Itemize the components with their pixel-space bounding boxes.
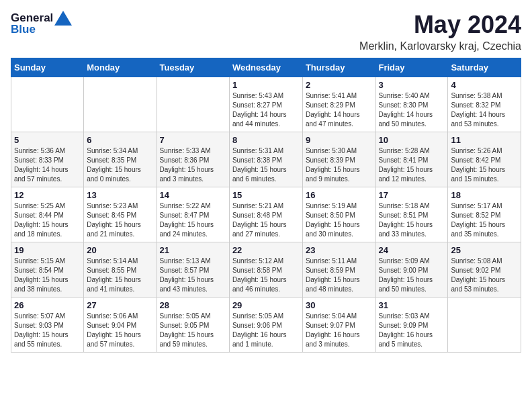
day-info: Sunrise: 5:09 AM Sunset: 9:00 PM Dayligh… (379, 257, 445, 294)
calendar-day-cell (11, 77, 84, 132)
calendar-day-cell: 26Sunrise: 5:07 AM Sunset: 9:03 PM Dayli… (11, 298, 84, 353)
calendar-subtitle: Merklin, Karlovarsky kraj, Czechia (359, 40, 521, 52)
calendar-day-cell: 20Sunrise: 5:14 AM Sunset: 8:55 PM Dayli… (84, 242, 157, 298)
calendar-day-cell: 21Sunrise: 5:13 AM Sunset: 8:57 PM Dayli… (157, 242, 229, 298)
day-info: Sunrise: 5:38 AM Sunset: 8:32 PM Dayligh… (451, 91, 518, 129)
day-number: 22 (232, 245, 300, 255)
day-number: 2 (306, 80, 373, 90)
day-info: Sunrise: 5:36 AM Sunset: 8:33 PM Dayligh… (14, 146, 81, 184)
day-info: Sunrise: 5:43 AM Sunset: 8:27 PM Dayligh… (232, 91, 300, 129)
day-number: 4 (451, 80, 518, 90)
calendar-day-cell: 16Sunrise: 5:19 AM Sunset: 8:50 PM Dayli… (302, 187, 375, 242)
calendar-day-cell: 22Sunrise: 5:12 AM Sunset: 8:58 PM Dayli… (229, 242, 302, 298)
calendar-day-cell: 12Sunrise: 5:25 AM Sunset: 8:44 PM Dayli… (11, 187, 84, 242)
weekday-header-row: SundayMondayTuesdayWednesdayThursdayFrid… (11, 58, 521, 77)
calendar-day-cell: 18Sunrise: 5:17 AM Sunset: 8:52 PM Dayli… (448, 187, 521, 242)
calendar-day-cell: 4Sunrise: 5:38 AM Sunset: 8:32 PM Daylig… (448, 77, 521, 132)
calendar-day-cell: 27Sunrise: 5:06 AM Sunset: 9:04 PM Dayli… (84, 298, 157, 353)
day-info: Sunrise: 5:08 AM Sunset: 9:02 PM Dayligh… (451, 257, 518, 294)
day-info: Sunrise: 5:05 AM Sunset: 9:06 PM Dayligh… (232, 312, 300, 349)
weekday-header-tuesday: Tuesday (157, 58, 229, 77)
day-info: Sunrise: 5:26 AM Sunset: 8:42 PM Dayligh… (451, 146, 518, 184)
day-number: 30 (306, 300, 373, 310)
day-info: Sunrise: 5:12 AM Sunset: 8:58 PM Dayligh… (232, 257, 300, 294)
calendar-week-row: 26Sunrise: 5:07 AM Sunset: 9:03 PM Dayli… (11, 298, 521, 353)
day-number: 26 (14, 300, 81, 310)
logo-blue-text: Blue (11, 23, 36, 36)
page-header: General Blue May 2024 Merklin, Karlovars… (11, 11, 521, 52)
day-number: 27 (87, 300, 153, 310)
day-number: 3 (379, 80, 445, 90)
day-number: 16 (306, 190, 373, 200)
svg-marker-0 (54, 11, 72, 26)
day-number: 20 (87, 245, 153, 255)
day-number: 19 (14, 245, 81, 255)
day-number: 9 (306, 135, 373, 145)
day-number: 21 (160, 245, 226, 255)
calendar-week-row: 5Sunrise: 5:36 AM Sunset: 8:33 PM Daylig… (11, 132, 521, 187)
calendar-day-cell: 15Sunrise: 5:21 AM Sunset: 8:48 PM Dayli… (229, 187, 302, 242)
calendar-day-cell: 31Sunrise: 5:03 AM Sunset: 9:09 PM Dayli… (375, 298, 448, 353)
day-info: Sunrise: 5:25 AM Sunset: 8:44 PM Dayligh… (14, 201, 81, 239)
day-info: Sunrise: 5:14 AM Sunset: 8:55 PM Dayligh… (87, 257, 153, 294)
day-number: 5 (14, 135, 81, 145)
calendar-day-cell: 19Sunrise: 5:15 AM Sunset: 8:54 PM Dayli… (11, 242, 84, 298)
calendar-day-cell: 17Sunrise: 5:18 AM Sunset: 8:51 PM Dayli… (375, 187, 448, 242)
calendar-day-cell: 9Sunrise: 5:30 AM Sunset: 8:39 PM Daylig… (302, 132, 375, 187)
day-info: Sunrise: 5:41 AM Sunset: 8:29 PM Dayligh… (306, 91, 373, 129)
calendar-day-cell (157, 77, 229, 132)
day-info: Sunrise: 5:28 AM Sunset: 8:41 PM Dayligh… (379, 146, 445, 184)
day-info: Sunrise: 5:06 AM Sunset: 9:04 PM Dayligh… (87, 312, 153, 349)
day-number: 17 (379, 190, 445, 200)
calendar-day-cell (448, 298, 521, 353)
calendar-day-cell: 25Sunrise: 5:08 AM Sunset: 9:02 PM Dayli… (448, 242, 521, 298)
calendar-title: May 2024 (359, 11, 521, 39)
day-number: 6 (87, 135, 153, 145)
day-info: Sunrise: 5:15 AM Sunset: 8:54 PM Dayligh… (14, 257, 81, 294)
day-info: Sunrise: 5:40 AM Sunset: 8:30 PM Dayligh… (379, 91, 445, 129)
day-info: Sunrise: 5:04 AM Sunset: 9:07 PM Dayligh… (306, 312, 373, 349)
logo-icon (54, 11, 72, 26)
day-number: 25 (451, 245, 518, 255)
day-info: Sunrise: 5:22 AM Sunset: 8:47 PM Dayligh… (160, 201, 226, 239)
calendar-day-cell: 7Sunrise: 5:33 AM Sunset: 8:36 PM Daylig… (157, 132, 229, 187)
day-number: 14 (160, 190, 226, 200)
day-info: Sunrise: 5:19 AM Sunset: 8:50 PM Dayligh… (306, 201, 373, 239)
weekday-header-monday: Monday (84, 58, 157, 77)
day-info: Sunrise: 5:07 AM Sunset: 9:03 PM Dayligh… (14, 312, 81, 349)
day-info: Sunrise: 5:03 AM Sunset: 9:09 PM Dayligh… (379, 312, 445, 349)
calendar-table: SundayMondayTuesdayWednesdayThursdayFrid… (11, 58, 521, 353)
calendar-day-cell: 1Sunrise: 5:43 AM Sunset: 8:27 PM Daylig… (229, 77, 302, 132)
day-number: 28 (160, 300, 226, 310)
day-number: 23 (306, 245, 373, 255)
weekday-header-wednesday: Wednesday (229, 58, 302, 77)
calendar-day-cell: 11Sunrise: 5:26 AM Sunset: 8:42 PM Dayli… (448, 132, 521, 187)
title-block: May 2024 Merklin, Karlovarsky kraj, Czec… (359, 11, 521, 52)
day-number: 7 (160, 135, 226, 145)
day-info: Sunrise: 5:21 AM Sunset: 8:48 PM Dayligh… (232, 201, 300, 239)
day-info: Sunrise: 5:30 AM Sunset: 8:39 PM Dayligh… (306, 146, 373, 184)
day-number: 12 (14, 190, 81, 200)
day-info: Sunrise: 5:18 AM Sunset: 8:51 PM Dayligh… (379, 201, 445, 239)
calendar-day-cell: 23Sunrise: 5:11 AM Sunset: 8:59 PM Dayli… (302, 242, 375, 298)
day-number: 13 (87, 190, 153, 200)
weekday-header-sunday: Sunday (11, 58, 84, 77)
day-number: 31 (379, 300, 445, 310)
calendar-week-row: 1Sunrise: 5:43 AM Sunset: 8:27 PM Daylig… (11, 77, 521, 132)
day-info: Sunrise: 5:17 AM Sunset: 8:52 PM Dayligh… (451, 201, 518, 239)
day-info: Sunrise: 5:31 AM Sunset: 8:38 PM Dayligh… (232, 146, 300, 184)
weekday-header-friday: Friday (375, 58, 448, 77)
day-number: 10 (379, 135, 445, 145)
day-number: 24 (379, 245, 445, 255)
calendar-day-cell: 10Sunrise: 5:28 AM Sunset: 8:41 PM Dayli… (375, 132, 448, 187)
day-number: 11 (451, 135, 518, 145)
weekday-header-thursday: Thursday (302, 58, 375, 77)
day-number: 18 (451, 190, 518, 200)
calendar-day-cell: 14Sunrise: 5:22 AM Sunset: 8:47 PM Dayli… (157, 187, 229, 242)
logo: General Blue (11, 11, 72, 36)
day-number: 8 (232, 135, 300, 145)
calendar-day-cell: 6Sunrise: 5:34 AM Sunset: 8:35 PM Daylig… (84, 132, 157, 187)
calendar-day-cell: 30Sunrise: 5:04 AM Sunset: 9:07 PM Dayli… (302, 298, 375, 353)
day-number: 1 (232, 80, 300, 90)
day-info: Sunrise: 5:13 AM Sunset: 8:57 PM Dayligh… (160, 257, 226, 294)
